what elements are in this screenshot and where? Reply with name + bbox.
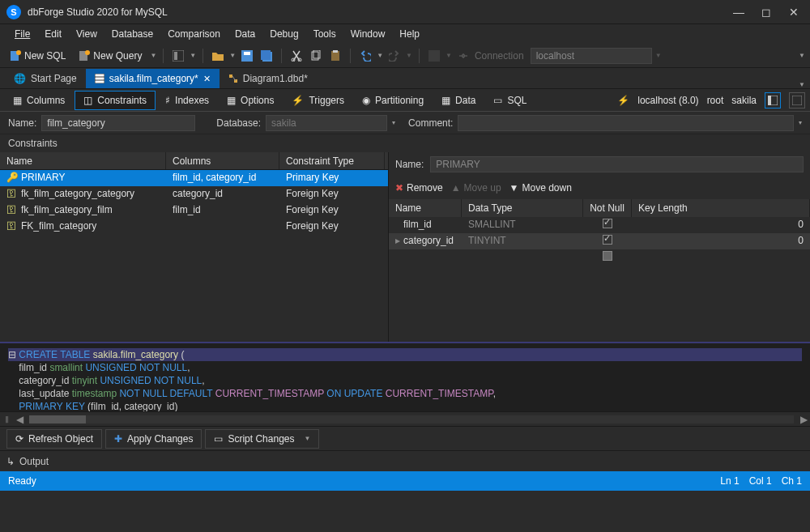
detail-col-datatype[interactable]: Data Type — [462, 199, 583, 217]
subtab-data[interactable]: ▦Data — [433, 92, 484, 109]
col-columns[interactable]: Columns — [166, 152, 279, 169]
constraint-row[interactable]: 🔑PRIMARYfilm_id, category_idPrimary Key — [0, 170, 388, 186]
subtab-columns[interactable]: ▦Columns — [5, 92, 73, 109]
notnull-checkbox[interactable] — [603, 219, 612, 228]
menu-comparison[interactable]: Comparison — [161, 27, 227, 41]
new-query-button[interactable]: New Query — [74, 49, 147, 63]
constraint-row[interactable]: ⚿fk_film_category_categorycategory_idFor… — [0, 186, 388, 202]
menu-debug[interactable]: Debug — [263, 27, 305, 41]
output-icon: ↳ — [6, 456, 15, 467]
layout-icon[interactable] — [170, 48, 186, 64]
minimize-button[interactable]: — — [732, 6, 745, 19]
layout-toggle-right[interactable] — [789, 92, 805, 109]
copy-icon[interactable] — [308, 48, 324, 64]
menu-edit[interactable]: Edit — [38, 27, 68, 41]
link-icon: ⚿ — [6, 220, 18, 232]
save-icon[interactable] — [239, 48, 255, 64]
svg-rect-24 — [768, 96, 771, 105]
svg-point-3 — [85, 50, 90, 55]
save-all-icon[interactable] — [258, 48, 275, 64]
maximize-button[interactable]: ◻ — [760, 6, 773, 19]
scroll-thumb[interactable] — [29, 415, 86, 423]
h-scrollbar[interactable]: ⦀ ◀ ▶ — [0, 411, 810, 426]
apply-changes-button[interactable]: ✚Apply Changes — [105, 429, 202, 449]
tabs-overflow[interactable]: ▼ — [799, 81, 805, 88]
detail-row[interactable]: film_idSMALLINT0 — [389, 217, 810, 233]
constraint-row[interactable]: ⚿FK_film_categoryForeign Key — [0, 219, 388, 235]
detail-col-notnull[interactable]: Not Null — [583, 199, 632, 217]
link-icon: ⚿ — [6, 188, 18, 199]
editor-subtabs: ▦Columns ◫Constraints ♯Indexes ▦Options … — [0, 89, 810, 112]
connect-icon[interactable] — [455, 48, 471, 64]
new-query-dropdown[interactable]: ▼ — [150, 52, 156, 59]
database-input[interactable] — [266, 115, 387, 131]
options-icon: ▦ — [227, 95, 236, 106]
name-input[interactable] — [41, 115, 195, 131]
execute-icon[interactable] — [426, 48, 442, 64]
subtab-options[interactable]: ▦Options — [219, 92, 282, 109]
detail-col-keylength[interactable]: Key Length — [632, 199, 810, 217]
svg-rect-25 — [792, 96, 802, 105]
connection-label: Connection — [475, 50, 524, 62]
sql-line-1: ⊟ CREATE TABLE sakila.film_category ( — [8, 348, 802, 361]
subtab-triggers[interactable]: ⚡Triggers — [284, 92, 352, 109]
subtab-indexes[interactable]: ♯Indexes — [157, 92, 217, 109]
menu-help[interactable]: Help — [393, 27, 426, 41]
moveup-button[interactable]: ▲Move up — [451, 182, 501, 194]
status-col: Col 1 — [749, 475, 772, 487]
tab-start-page[interactable]: 🌐 Start Page — [5, 69, 86, 88]
notnull-checkbox[interactable] — [603, 251, 612, 261]
connection-selector[interactable] — [531, 48, 652, 64]
close-tab-button[interactable]: ✕ — [203, 74, 211, 84]
detail-name-input[interactable] — [430, 156, 804, 172]
scroll-group-left[interactable]: ⦀ — [0, 414, 13, 425]
notnull-checkbox[interactable] — [603, 235, 612, 245]
comment-input[interactable] — [458, 115, 794, 131]
scroll-right-arrow[interactable]: ▶ — [797, 414, 810, 425]
menu-file[interactable]: File — [8, 27, 36, 41]
subtab-partitioning[interactable]: ◉Partitioning — [354, 92, 432, 109]
col-name[interactable]: Name — [0, 152, 166, 169]
subtab-constraints[interactable]: ◫Constraints — [75, 91, 156, 110]
sql-line-3: category_id tinyint UNSIGNED NOT NULL, — [8, 375, 205, 386]
detail-col-name[interactable]: Name — [389, 199, 462, 217]
remove-button[interactable]: ✖Remove — [395, 182, 443, 194]
refresh-object-button[interactable]: ⟳Refresh Object — [6, 429, 102, 449]
connection-user: root — [707, 95, 724, 106]
movedown-button[interactable]: ▼Move down — [509, 182, 572, 194]
redo-icon[interactable] — [386, 48, 403, 64]
toolbar-overflow[interactable]: ▼ — [799, 52, 805, 59]
cut-icon[interactable] — [288, 48, 305, 64]
detail-row[interactable]: ▸category_idTINYINT0 — [389, 233, 810, 249]
paste-icon[interactable] — [327, 48, 343, 64]
tab-diagram1[interactable]: Diagram1.dbd* — [220, 69, 317, 88]
constraint-row[interactable]: ⚿fk_film_category_filmfilm_idForeign Key — [0, 202, 388, 219]
scroll-left-arrow[interactable]: ◀ — [13, 414, 26, 425]
indexes-icon: ♯ — [165, 95, 170, 106]
new-sql-button[interactable]: New SQL — [5, 49, 70, 63]
layout-toggle-left[interactable] — [765, 92, 781, 109]
connection-host: localhost (8.0) — [637, 95, 698, 106]
close-window-button[interactable]: ✕ — [787, 6, 800, 19]
menu-database[interactable]: Database — [105, 27, 160, 41]
menu-view[interactable]: View — [70, 27, 104, 41]
output-tab[interactable]: ↳ Output — [0, 450, 810, 471]
app-logo-icon: S — [6, 5, 21, 19]
detail-row-new[interactable] — [389, 249, 810, 266]
menu-tools[interactable]: Tools — [307, 27, 343, 41]
subtab-sql[interactable]: ▭SQL — [485, 92, 535, 109]
svg-rect-16 — [428, 50, 440, 62]
comment-label: Comment: — [408, 117, 453, 129]
script-changes-button[interactable]: ▭Script Changes▼ — [205, 429, 319, 449]
app-title: dbForge Studio 2020 for MySQL — [28, 6, 732, 18]
menu-data[interactable]: Data — [228, 27, 262, 41]
detail-name-label: Name: — [395, 159, 424, 170]
constraints-section-title: Constraints — [0, 134, 810, 152]
scroll-track[interactable] — [29, 415, 794, 423]
menu-window[interactable]: Window — [344, 27, 392, 41]
tab-film-category[interactable]: sakila.film_category* ✕ — [86, 69, 220, 88]
open-icon[interactable] — [210, 48, 226, 64]
table-icon — [95, 74, 104, 83]
col-constraint-type[interactable]: Constraint Type — [279, 152, 385, 169]
undo-icon[interactable] — [357, 48, 373, 64]
